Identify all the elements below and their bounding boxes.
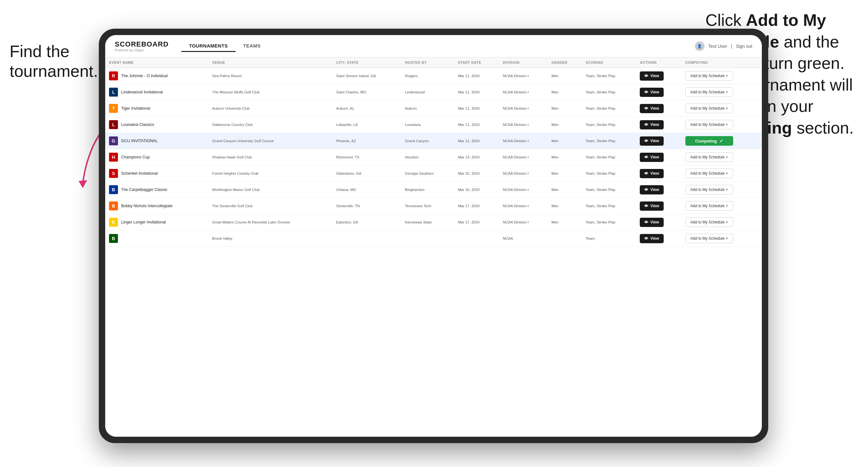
add-label: Add to My Schedule + (690, 187, 728, 192)
view-button[interactable]: 👁View (640, 104, 663, 113)
cell-competing: Add to My Schedule + (682, 84, 762, 100)
cell-competing: Add to My Schedule + (682, 230, 762, 247)
cell-division: NCAA Division I (499, 149, 547, 165)
table-row: RThe Johnnie - O IndividualSea Palms Res… (105, 68, 762, 84)
tournaments-table: EVENT NAME VENUE CITY, STATE HOSTED BY S… (105, 57, 762, 247)
cell-city-state (333, 230, 401, 247)
cell-competing: Add to My Schedule + (682, 182, 762, 198)
tab-teams[interactable]: TEAMS (236, 40, 269, 52)
add-to-schedule-button[interactable]: Add to My Schedule + (685, 87, 733, 97)
cell-division: NCAA Division I (499, 100, 547, 117)
view-button[interactable]: 👁View (640, 136, 663, 146)
eye-icon: 👁 (644, 155, 648, 160)
add-to-schedule-button[interactable]: Add to My Schedule + (685, 217, 733, 227)
cell-division: NCAA Division I (499, 117, 547, 133)
check-icon: ✓ (719, 138, 723, 144)
add-to-schedule-button[interactable]: Add to My Schedule + (685, 152, 733, 162)
add-to-schedule-button[interactable]: Add to My Schedule + (685, 234, 733, 243)
logo-area: SCOREBOARD Powered by clippd (115, 40, 168, 52)
view-button[interactable]: 👁View (640, 234, 663, 243)
cell-competing: Add to My Schedule + (682, 149, 762, 165)
table-row: GGCU INVITATIONALGrand Canyon University… (105, 133, 762, 149)
cell-actions: 👁View (636, 149, 681, 165)
table-row: HChampions CupShadow Hawk Golf ClubRichm… (105, 149, 762, 165)
team-logo: G (109, 136, 118, 145)
add-to-schedule-button[interactable]: Add to My Schedule + (685, 120, 733, 129)
event-name-text: Schenkel Invitational (121, 171, 158, 176)
cell-scoring: Team, Stroke Play (582, 198, 636, 214)
add-label: Add to My Schedule + (690, 155, 728, 159)
add-to-schedule-button[interactable]: Add to My Schedule + (685, 201, 733, 211)
tournaments-table-container: EVENT NAME VENUE CITY, STATE HOSTED BY S… (105, 57, 762, 437)
competing-button[interactable]: Competing✓ (685, 136, 733, 146)
cell-hosted-by (401, 230, 454, 247)
cell-actions: 👁View (636, 68, 681, 84)
cell-actions: 👁View (636, 198, 681, 214)
team-logo: T (109, 104, 118, 113)
cell-scoring: Team, Stroke Play (582, 117, 636, 133)
cell-hosted-by: Binghamton (401, 182, 454, 198)
team-logo: S (109, 169, 118, 178)
cell-scoring: Team, Stroke Play (582, 84, 636, 100)
view-button[interactable]: 👁View (640, 153, 663, 162)
add-to-schedule-button[interactable]: Add to My Schedule + (685, 71, 733, 81)
add-label: Add to My Schedule + (690, 171, 728, 176)
nav-tabs: TOURNAMENTS TEAMS (181, 40, 695, 52)
cell-hosted-by: Kennesaw State (401, 214, 454, 230)
team-logo: L (109, 88, 118, 97)
eye-icon: 👁 (644, 74, 648, 79)
event-name-text: Tiger Invitational (121, 106, 150, 111)
table-row: BBobby Nichols IntercollegiateThe Sevier… (105, 198, 762, 214)
tab-tournaments[interactable]: TOURNAMENTS (181, 40, 236, 52)
tablet-frame: SCOREBOARD Powered by clippd TOURNAMENTS… (99, 29, 768, 443)
cell-gender: Men (548, 198, 582, 214)
view-label: View (650, 106, 659, 111)
view-button[interactable]: 👁View (640, 169, 663, 178)
cell-city-state: Sevierville, TN (333, 198, 401, 214)
cell-gender: Men (548, 214, 582, 230)
col-header-division: DIVISION (499, 57, 547, 68)
cell-competing: Add to My Schedule + (682, 165, 762, 182)
eye-icon: 👁 (644, 236, 648, 241)
eye-icon: 👁 (644, 187, 648, 192)
view-button[interactable]: 👁View (640, 71, 663, 81)
view-label: View (650, 236, 659, 241)
table-body: RThe Johnnie - O IndividualSea Palms Res… (105, 68, 762, 247)
cell-event-name: BThe Carpetbagger Classic (105, 182, 209, 198)
cell-city-state: Phoenix, AZ (333, 133, 401, 149)
add-label: Add to My Schedule + (690, 204, 728, 208)
cell-venue: Worthington Manor Golf Club (209, 182, 333, 198)
add-label: Add to My Schedule + (690, 74, 728, 78)
cell-actions: 👁View (636, 214, 681, 230)
view-button[interactable]: 👁View (640, 185, 663, 194)
sign-out-link[interactable]: Sign out (736, 44, 752, 49)
team-logo: L (109, 120, 118, 129)
cell-hosted-by: Georgia Southern (401, 165, 454, 182)
view-button[interactable]: 👁View (640, 88, 663, 97)
view-button[interactable]: 👁View (640, 201, 663, 211)
event-name-text: Bobby Nichols Intercollegiate (121, 204, 173, 208)
view-button[interactable]: 👁View (640, 218, 663, 227)
add-to-schedule-button[interactable]: Add to My Schedule + (685, 168, 733, 178)
table-row: LLouisiana ClassicsOakbourne Country Clu… (105, 117, 762, 133)
cell-hosted-by: Rutgers (401, 68, 454, 84)
header-right: 👤 Test User | Sign out (695, 41, 752, 51)
view-button[interactable]: 👁View (640, 120, 663, 129)
cell-start-date: Mar 16, 2024 (454, 182, 499, 198)
cell-event-name: KLinger Longer Invitational (105, 214, 209, 230)
table-row: BBrook ValleyNCAATeam,👁ViewAdd to My Sch… (105, 230, 762, 247)
col-header-actions: ACTIONS (636, 57, 681, 68)
add-to-schedule-button[interactable]: Add to My Schedule + (685, 185, 733, 194)
add-to-schedule-button[interactable]: Add to My Schedule + (685, 103, 733, 113)
team-logo: H (109, 153, 118, 162)
cell-venue: The Missouri Bluffs Golf Club (209, 84, 333, 100)
cell-start-date: Mar 15, 2024 (454, 165, 499, 182)
cell-gender: Men (548, 182, 582, 198)
cell-city-state: Saint Charles, MO (333, 84, 401, 100)
cell-city-state: Saint Simons Island, GA (333, 68, 401, 84)
tablet-screen: SCOREBOARD Powered by clippd TOURNAMENTS… (105, 35, 762, 437)
cell-scoring: Team, Stroke Play (582, 100, 636, 117)
col-header-city-state: CITY, STATE (333, 57, 401, 68)
cell-city-state: Auburn, AL (333, 100, 401, 117)
eye-icon: 👁 (644, 122, 648, 127)
